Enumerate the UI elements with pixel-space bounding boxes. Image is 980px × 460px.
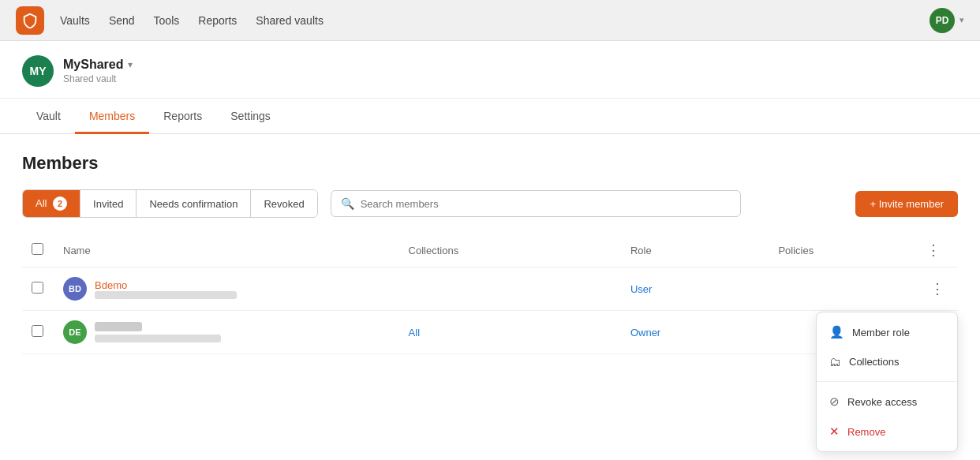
- user-menu: PD ▾: [930, 8, 964, 33]
- search-icon: 🔍: [341, 197, 354, 210]
- row1-checkbox-cell: [22, 267, 54, 311]
- dropdown-remove[interactable]: ✕ Remove: [817, 417, 957, 447]
- revoke-icon: ⊘: [829, 395, 840, 409]
- search-input[interactable]: [361, 198, 731, 210]
- th-checkbox: [22, 234, 54, 267]
- remove-icon: ✕: [829, 424, 840, 439]
- row1-email-redacted: [95, 291, 237, 299]
- user-menu-chevron[interactable]: ▾: [959, 15, 964, 25]
- org-header: MY MyShared ▾ Shared vault: [0, 41, 980, 99]
- org-dropdown-chevron[interactable]: ▾: [128, 59, 133, 70]
- filter-revoked[interactable]: Revoked: [251, 190, 316, 217]
- row2-avatar: DE: [63, 320, 87, 344]
- row1-role: User: [621, 267, 769, 311]
- dropdown-section-1: 👤 Member role 🗂 Collections: [817, 312, 957, 382]
- row2-role-link[interactable]: Owner: [630, 327, 660, 338]
- filter-needs-confirmation[interactable]: Needs confirmation: [137, 190, 251, 217]
- org-subtitle: Shared vault: [63, 73, 133, 84]
- th-name: Name: [54, 234, 399, 267]
- row1-actions: ⋮: [917, 267, 958, 311]
- dropdown-collections[interactable]: 🗂 Collections: [817, 347, 957, 376]
- select-all-checkbox[interactable]: [32, 243, 43, 255]
- nav-vaults[interactable]: Vaults: [60, 11, 90, 30]
- nav-tools[interactable]: Tools: [154, 11, 180, 30]
- row2-collections: All: [399, 311, 621, 354]
- row2-checkbox-cell: [22, 311, 54, 354]
- row1-role-link[interactable]: User: [630, 283, 652, 295]
- row2-email-redacted: [95, 335, 221, 342]
- filters-row: All 2 Invited Needs confirmation Revoked…: [22, 189, 958, 218]
- row2-name-redacted: [95, 322, 142, 331]
- row1-checkbox[interactable]: [32, 282, 43, 294]
- row1-name[interactable]: Bdemo: [95, 279, 237, 291]
- search-box: 🔍: [331, 190, 741, 217]
- invite-member-button[interactable]: + Invite member: [855, 191, 958, 217]
- top-navigation: Vaults Send Tools Reports Shared vaults …: [0, 0, 980, 41]
- all-count-badge: 2: [53, 196, 67, 211]
- row1-policies: [769, 267, 917, 311]
- app-logo[interactable]: [16, 6, 44, 35]
- dropdown-member-role[interactable]: 👤 Member role: [817, 317, 957, 347]
- org-avatar: MY: [22, 55, 54, 87]
- dropdown-revoke-label: Revoke access: [847, 396, 917, 408]
- dropdown-revoke-access[interactable]: ⊘ Revoke access: [817, 387, 957, 417]
- row2-collections-link[interactable]: All: [409, 327, 420, 338]
- filter-group: All 2 Invited Needs confirmation Revoked: [22, 189, 318, 218]
- th-role: Role: [621, 234, 769, 267]
- dropdown-section-2: ⊘ Revoke access ✕ Remove: [817, 382, 957, 451]
- tab-bar: Vault Members Reports Settings: [0, 99, 980, 134]
- dropdown-remove-label: Remove: [847, 426, 885, 438]
- row2-name-cell: DE: [54, 311, 399, 354]
- nav-shared-vaults[interactable]: Shared vaults: [256, 11, 324, 30]
- org-name: MyShared: [63, 58, 123, 72]
- nav-send[interactable]: Send: [109, 11, 135, 30]
- row2-checkbox[interactable]: [32, 325, 43, 337]
- tab-members[interactable]: Members: [75, 99, 149, 134]
- row1-more-actions[interactable]: ⋮: [926, 278, 948, 300]
- nav-links: Vaults Send Tools Reports Shared vaults: [60, 11, 930, 30]
- collections-icon: 🗂: [829, 355, 841, 368]
- row1-avatar: BD: [63, 277, 87, 301]
- table-actions-icon[interactable]: ⋮: [926, 242, 941, 258]
- nav-reports[interactable]: Reports: [198, 11, 237, 30]
- row2-role: Owner: [621, 311, 769, 354]
- user-avatar[interactable]: PD: [930, 8, 955, 33]
- member-role-icon: 👤: [829, 325, 844, 339]
- dropdown-member-role-label: Member role: [852, 327, 910, 338]
- th-actions: ⋮: [917, 234, 958, 267]
- table-row: BD Bdemo User ⋮: [22, 267, 958, 311]
- page-title: Members: [22, 153, 958, 174]
- context-menu: 👤 Member role 🗂 Collections ⊘ Revoke acc…: [816, 312, 958, 452]
- tab-reports[interactable]: Reports: [149, 99, 216, 134]
- row1-collections: [399, 267, 621, 311]
- dropdown-collections-label: Collections: [849, 356, 900, 368]
- filter-all[interactable]: All 2: [23, 190, 80, 217]
- tab-settings[interactable]: Settings: [216, 99, 285, 134]
- th-collections: Collections: [399, 234, 621, 267]
- filter-invited[interactable]: Invited: [80, 190, 137, 217]
- row1-name-cell: BD Bdemo: [54, 267, 399, 311]
- th-policies: Policies: [769, 234, 917, 267]
- tab-vault[interactable]: Vault: [22, 99, 75, 134]
